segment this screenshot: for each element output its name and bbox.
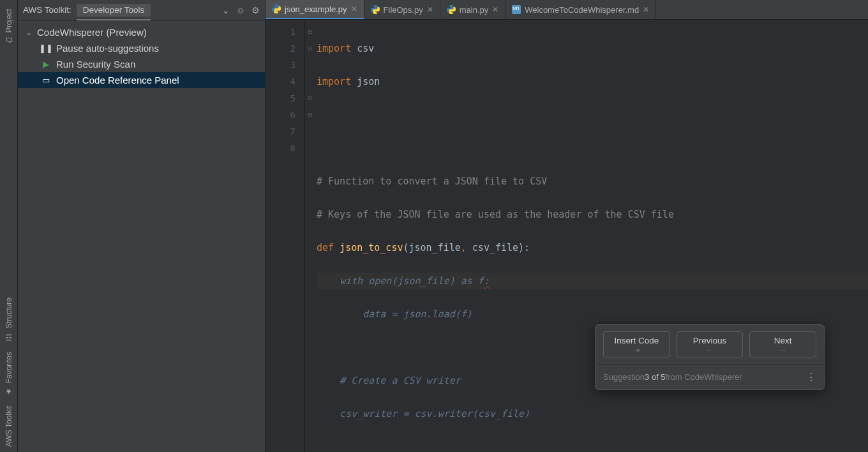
tree: ⌄ CodeWhisperer (Preview) ❚❚ Pause auto-… [18, 20, 265, 92]
rail-favorites[interactable]: ★ Favorites [4, 347, 13, 401]
code-text: ): [518, 242, 530, 253]
tab-label: FileOps.py [384, 5, 423, 15]
footer-text: Suggestion [603, 372, 645, 382]
code-text: csv_file [472, 242, 518, 253]
tree-item-pause[interactable]: ❚❚ Pause auto-suggestions [18, 40, 265, 56]
rail-structure-label: Structure [4, 298, 13, 329]
markdown-icon [512, 5, 521, 14]
code-text: : [484, 275, 490, 287]
suggestion-popup: Insert Code ⇥ Previous ← Next → Suggesti… [595, 324, 825, 390]
arrow-right-icon: → [752, 346, 813, 354]
tree-root-codewhisperer[interactable]: ⌄ CodeWhisperer (Preview) [18, 24, 265, 40]
rail-toolkit-label: AWS Toolkit [4, 406, 13, 447]
tab-json-example[interactable]: json_example.py ✕ [266, 0, 364, 19]
code-comment: # Keys of the JSON file are used as the … [317, 209, 674, 220]
folder-icon: 🗀 [4, 36, 13, 45]
tree-item-security-scan[interactable]: ▶ Run Security Scan [18, 56, 265, 72]
gutter: 1 2 3 4 5 6 7 8 [266, 20, 305, 452]
tree-root-label: CodeWhisperer (Preview) [37, 27, 147, 38]
tab-label: json_example.py [285, 4, 347, 14]
rail-structure[interactable]: ☲ Structure [4, 292, 13, 347]
code-text: ( [403, 242, 408, 253]
suggestion-count: 3 of 5 [645, 372, 666, 382]
code-text: as [461, 275, 472, 287]
suggestion-text: # Create a CSV writer [317, 375, 461, 386]
sidebar-title-tab[interactable]: Developer Tools [77, 4, 151, 17]
arrow-left-icon: ← [680, 346, 740, 354]
next-button[interactable]: Next → [749, 331, 816, 358]
tree-item-label: Open Code Reference Panel [56, 75, 179, 86]
python-icon [447, 5, 456, 14]
close-icon[interactable]: ✕ [427, 5, 433, 14]
button-label: Next [774, 336, 792, 345]
line-number: 1 [266, 24, 296, 40]
tree-item-reference-panel[interactable]: ▭ Open Code Reference Panel [18, 72, 265, 88]
fold-icon[interactable]: ⊟ [305, 107, 315, 123]
rail-project[interactable]: 🗀 Project [4, 4, 13, 50]
editor-tabs: json_example.py ✕ FileOps.py ✕ main.py ✕… [266, 0, 868, 20]
code-text: json_to_csv [340, 242, 403, 253]
code-text: def [317, 242, 340, 253]
popup-footer: Suggestion 3 of 5 from CodeWhisperer ⋮ [595, 364, 824, 389]
main: json_example.py ✕ FileOps.py ✕ main.py ✕… [266, 0, 868, 452]
tab-label: main.py [460, 5, 489, 15]
tree-item-label: Run Security Scan [56, 59, 135, 70]
code-text: f [472, 275, 484, 287]
footer-text: from CodeWhisperer [666, 372, 742, 382]
chevron-down-icon[interactable]: ⌄ [222, 5, 230, 15]
kebab-menu-icon[interactable]: ⋮ [806, 371, 816, 383]
tab-label: WelcomeToCodeWhisperer.md [525, 5, 639, 15]
play-icon: ▶ [41, 59, 51, 69]
suggestion-text: csv_writer = csv.writer(csv_file) [317, 408, 530, 419]
tab-main[interactable]: main.py ✕ [440, 0, 506, 19]
fold-icon[interactable]: ⊟ [305, 24, 315, 40]
rail-favorites-label: Favorites [4, 352, 13, 383]
button-label: Insert Code [614, 336, 659, 345]
close-icon[interactable]: ✕ [643, 5, 649, 14]
code-text: , [461, 242, 472, 253]
insert-code-button[interactable]: Insert Code ⇥ [603, 331, 670, 358]
code-text: import [317, 76, 351, 87]
rail-aws-toolkit[interactable]: AWS Toolkit [4, 401, 13, 452]
code-text: json_file [409, 242, 461, 253]
sidebar: AWS Toolkit: Developer Tools ⌄ ☺ ⚙ ⌄ Cod… [18, 0, 266, 452]
tab-fileops[interactable]: FileOps.py ✕ [364, 0, 440, 19]
python-icon [371, 5, 380, 14]
fold-column: ⊟ ⊟ ⊟ ⊟ [305, 20, 315, 452]
line-number: 6 [266, 107, 296, 123]
code-text: with [340, 275, 363, 287]
fold-icon[interactable]: ⊟ [305, 90, 315, 107]
tab-welcome[interactable]: WelcomeToCodeWhisperer.md ✕ [505, 0, 656, 19]
previous-button[interactable]: Previous ← [677, 331, 744, 358]
code-text: csv [351, 43, 374, 54]
gear-icon[interactable]: ⚙ [251, 5, 260, 15]
line-number: 8 [266, 140, 296, 156]
close-icon[interactable]: ✕ [351, 4, 357, 13]
button-label: Previous [693, 336, 727, 345]
fold-icon[interactable]: ⊟ [305, 40, 315, 57]
line-number: 4 [266, 73, 296, 90]
code-comment: # Function to convert a JSON file to CSV [317, 176, 547, 187]
code-text: json [351, 76, 380, 87]
rail-project-label: Project [4, 9, 13, 33]
tree-item-label: Pause auto-suggestions [56, 43, 159, 54]
code-text: import [317, 43, 351, 54]
python-icon [272, 4, 281, 13]
chevron-down-icon: ⌄ [26, 28, 32, 37]
tab-key-icon: ⇥ [606, 346, 667, 354]
pause-icon: ❚❚ [41, 43, 51, 53]
smile-icon[interactable]: ☺ [236, 5, 245, 15]
line-number: 3 [266, 57, 296, 73]
structure-icon: ☲ [4, 333, 13, 342]
suggestion-text: data = json.load(f) [317, 308, 472, 320]
sidebar-title-prefix: AWS Toolkit: [23, 5, 71, 15]
tool-rail: 🗀 Project ☲ Structure ★ Favorites AWS To… [0, 0, 18, 452]
code-text [317, 275, 340, 287]
close-icon[interactable]: ✕ [492, 5, 498, 14]
code-text: open(json_file) [363, 275, 461, 287]
line-number: 5 [266, 90, 296, 107]
line-number: 7 [266, 123, 296, 140]
sidebar-header: AWS Toolkit: Developer Tools ⌄ ☺ ⚙ [18, 0, 265, 20]
panel-icon: ▭ [41, 75, 51, 85]
line-number: 2 [266, 40, 296, 57]
